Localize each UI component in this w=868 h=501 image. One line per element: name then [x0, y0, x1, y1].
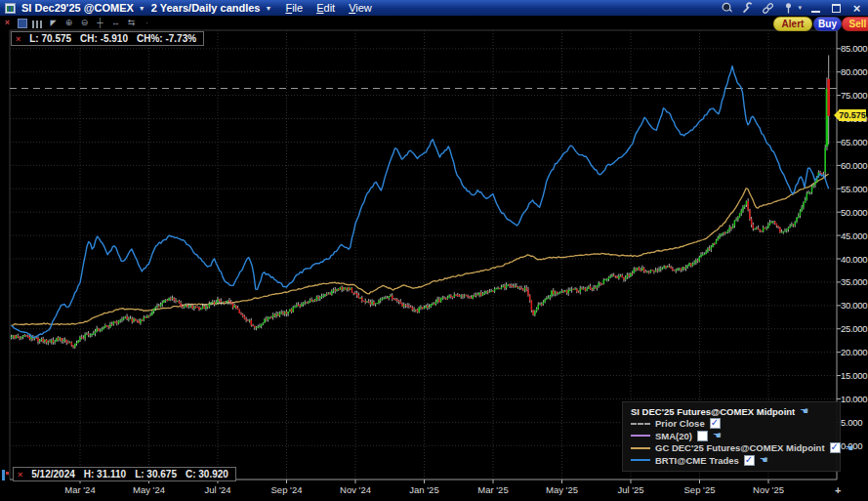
- change-pct-value: CH%: -7.73%: [137, 33, 196, 44]
- menu-view[interactable]: View: [349, 2, 372, 14]
- y-axis-label: 80.000: [841, 66, 867, 77]
- y-axis-label: 40.000: [841, 254, 867, 265]
- symbol-title: SI Dec29'25 @COMEX: [21, 2, 134, 14]
- quote-info-box[interactable]: × L: 70.575 CH: -5.910 CH%: -7.73%: [11, 31, 204, 46]
- y-axis-label: 65.000: [841, 137, 867, 147]
- zoom-out-icon[interactable]: ⊖: [79, 18, 90, 28]
- chart-legend[interactable]: SI DEC'25 Futures@COMEX Midpoint Prior C…: [622, 401, 841, 472]
- pointer-icon[interactable]: ◤: [48, 18, 59, 28]
- x-axis-label: Mar '24: [64, 484, 95, 495]
- legend-title-row[interactable]: SI DEC'25 Futures@COMEX Midpoint: [631, 405, 832, 418]
- candle-width-icon[interactable]: ⇆: [126, 18, 137, 28]
- pointer-hand-icon[interactable]: [713, 431, 722, 440]
- legend-label: Prior Close: [655, 418, 705, 429]
- close-x-icon[interactable]: ×: [16, 34, 21, 44]
- legend-label: SMA(20): [655, 431, 692, 441]
- legend-title: SI DEC'25 Futures@COMEX Midpoint: [631, 406, 795, 417]
- minimize-icon[interactable]: [809, 2, 822, 15]
- hover-date: 5/12/2024: [31, 469, 75, 480]
- close-x-icon[interactable]: ×: [18, 470, 22, 480]
- symbol-selector[interactable]: SI Dec29'25 @COMEX ▼: [21, 2, 145, 14]
- link-icon[interactable]: [762, 2, 774, 15]
- y-axis-label: 75.000: [841, 90, 867, 101]
- sma-checkbox[interactable]: [697, 431, 708, 441]
- pointer-hand-icon[interactable]: [760, 455, 768, 465]
- hover-low: L: 30.675: [135, 469, 177, 480]
- x-axis-label: Nov '25: [753, 484, 784, 495]
- x-axis-label: Mar '25: [477, 484, 508, 495]
- pin-icon[interactable]: [782, 2, 795, 15]
- y-axis-label: 85.000: [841, 43, 867, 54]
- y-axis-label: 15.000: [841, 370, 867, 381]
- prior-close-swatch-icon: [631, 423, 650, 425]
- y-axis-label: 60.000: [841, 160, 867, 171]
- y-axis-label: 55.000: [841, 184, 867, 194]
- sma-swatch-icon: [631, 435, 650, 437]
- legend-row-sma[interactable]: SMA(20): [631, 430, 832, 442]
- expand-horizontal-icon[interactable]: ↔: [110, 18, 121, 28]
- panel-icon[interactable]: [18, 19, 27, 28]
- legend-row-gc[interactable]: GC DEC'25 Futures@COMEX Midpoint: [631, 442, 832, 455]
- candle-marker-icon[interactable]: [2, 470, 9, 480]
- pointer-hand-icon[interactable]: [846, 443, 854, 453]
- search-icon[interactable]: [721, 2, 733, 15]
- alert-button[interactable]: Alert: [773, 17, 812, 31]
- more-icon[interactable]: ·: [142, 18, 152, 28]
- x-axis-label: Sep '25: [684, 484, 716, 495]
- chart-bars-icon[interactable]: [32, 21, 43, 28]
- x-axis-label: Sep '24: [271, 484, 303, 495]
- last-value: L: 70.575: [29, 33, 71, 44]
- menu-file[interactable]: File: [285, 2, 303, 14]
- brti-swatch-icon: [631, 459, 650, 461]
- restore-icon[interactable]: [830, 2, 843, 15]
- prior-close-checkbox[interactable]: [710, 418, 721, 429]
- pin-dropdown-caret-icon[interactable]: ▾: [798, 4, 802, 12]
- period-selector[interactable]: 2 Years/Daily candles ▼: [151, 2, 272, 14]
- y-axis-label: 35.000: [841, 276, 867, 287]
- y-axis-label: 50.000: [841, 207, 867, 218]
- y-axis-label: 25.000: [841, 323, 867, 334]
- x-axis-label: Nov '24: [340, 484, 371, 495]
- period-title: 2 Years/Daily candles: [151, 2, 261, 14]
- app-chart-icon: [5, 3, 16, 14]
- app-window: { "titlebar": { "symbol_title": "SI Dec2…: [0, 0, 868, 501]
- y-axis-label: 5.000: [841, 417, 862, 428]
- x-axis-label: May '25: [546, 484, 578, 495]
- x-axis-label: May '24: [133, 484, 165, 495]
- pointer-hand-icon[interactable]: [800, 406, 808, 416]
- gc-checkbox[interactable]: [830, 442, 841, 453]
- hover-close: C: 30.920: [186, 469, 228, 480]
- legend-row-prior-close[interactable]: Prior Close: [631, 418, 832, 431]
- brti-checkbox[interactable]: [744, 455, 755, 466]
- scroll-plus-icon[interactable]: +: [835, 484, 841, 496]
- crosshair-icon[interactable]: ┼: [95, 18, 105, 28]
- window-titlebar[interactable]: SI Dec29'25 @COMEX ▼ 2 Years/Daily candl…: [0, 0, 868, 16]
- buy-button[interactable]: Buy: [813, 17, 842, 31]
- y-axis-label: 10.000: [841, 394, 867, 404]
- zoom-in-icon[interactable]: ⊕: [63, 18, 74, 28]
- chevron-down-icon: ▼: [266, 5, 272, 12]
- gc-swatch-icon: [631, 447, 650, 449]
- chevron-down-icon: ▼: [139, 5, 145, 12]
- close-icon[interactable]: ×: [850, 2, 863, 15]
- y-axis-label: 45.000: [841, 230, 867, 241]
- wrench-icon[interactable]: [741, 2, 754, 15]
- close-icon[interactable]: ×: [2, 18, 13, 28]
- sell-button[interactable]: Sell: [842, 17, 868, 31]
- y-axis-label: 30.000: [841, 300, 867, 311]
- x-axis-label: Jul '25: [617, 484, 643, 495]
- change-value: CH: -5.910: [80, 33, 128, 44]
- legend-label: GC DEC'25 Futures@COMEX Midpoint: [655, 442, 825, 453]
- hover-high: H: 31.110: [84, 469, 126, 480]
- last-price-tag: 70.575: [839, 109, 866, 121]
- hover-info-box[interactable]: × 5/12/2024 H: 31.110 L: 30.675 C: 30.92…: [13, 467, 236, 481]
- chart-toolbar: ×◤⊕⊖┼↔⇆·: [2, 18, 152, 28]
- legend-label: BRTI@CME Trades: [655, 455, 739, 466]
- legend-row-brti[interactable]: BRTI@CME Trades: [631, 454, 832, 467]
- y-axis-label: 20.000: [841, 347, 867, 357]
- x-axis-label: Jan '25: [409, 484, 438, 495]
- menu-edit[interactable]: Edit: [316, 2, 335, 14]
- x-axis-label: Jul '24: [204, 484, 230, 495]
